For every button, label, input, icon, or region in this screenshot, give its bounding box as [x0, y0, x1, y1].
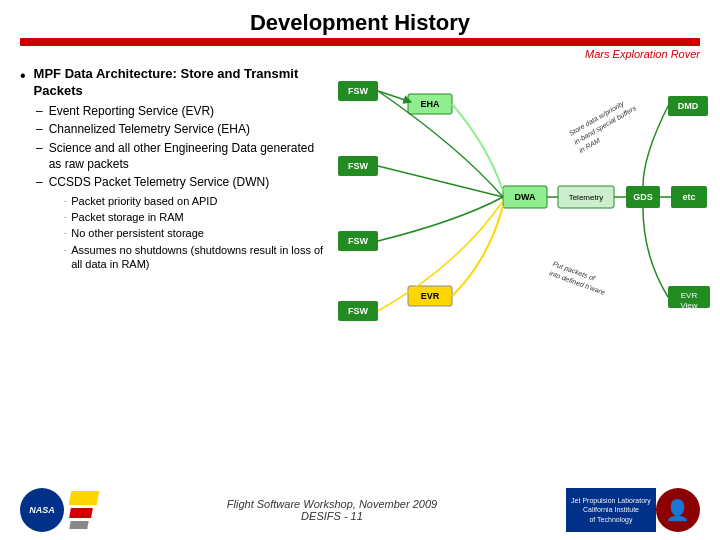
person-icon: 👤 — [656, 488, 700, 532]
dash-4: – — [36, 175, 43, 191]
sub-sub-2-text: Packet storage in RAM — [71, 210, 184, 224]
svg-text:FSW: FSW — [348, 236, 369, 246]
sub-sub-4-text: Assumes no shutdowns (shutdowns result i… — [71, 243, 330, 272]
nasa-shapes — [70, 491, 98, 529]
main-bullet: • MPF Data Architecture: Store and Trans… — [20, 66, 330, 100]
nasa-circle: NASA — [20, 488, 64, 532]
sub-sub-dot-3: · — [64, 229, 66, 239]
svg-text:EVR: EVR — [681, 291, 698, 300]
content-area: • MPF Data Architecture: Store and Trans… — [20, 66, 700, 456]
footer-area: NASA Flight Software Workshop, November … — [0, 488, 720, 532]
sub-bullets-list: – Event Reporting Service (EVR) – Channe… — [36, 104, 330, 271]
svg-text:FSW: FSW — [348, 86, 369, 96]
sub-sub-4: · Assumes no shutdowns (shutdowns result… — [64, 243, 330, 272]
bullet-dot: • — [20, 66, 26, 85]
sub-bullet-3: – Science and all other Engineering Data… — [36, 141, 330, 172]
diagram-svg: FSW FSW FSW FSW EHA EVR DWA — [338, 66, 718, 406]
red-bar — [20, 38, 700, 46]
sub-bullet-4: – CCSDS Packet Telemetry Service (DWN) — [36, 175, 330, 191]
sub-bullet-4-text: CCSDS Packet Telemetry Service (DWN) — [49, 175, 270, 191]
svg-text:FSW: FSW — [348, 306, 369, 316]
workshop-label: Flight Software Workshop, November 2009 — [227, 498, 437, 510]
sub-sub-1: · Packet priority based on APID — [64, 194, 330, 208]
svg-text:View: View — [680, 301, 697, 310]
svg-text:Telemetry: Telemetry — [569, 193, 604, 202]
sub-bullet-1: – Event Reporting Service (EVR) — [36, 104, 330, 120]
sub-sub-dot-4: · — [64, 246, 66, 256]
shape-gray — [69, 521, 88, 529]
dash-1: – — [36, 104, 43, 120]
footer-text: Flight Software Workshop, November 2009 … — [227, 498, 437, 522]
sub-sub-3-text: No other persistent storage — [71, 226, 204, 240]
mars-label: Mars Exploration Rover — [20, 48, 700, 60]
svg-text:EVR: EVR — [421, 291, 440, 301]
right-content: FSW FSW FSW FSW EHA EVR DWA — [338, 66, 718, 456]
slide-title: Development History — [20, 10, 700, 36]
dash-2: – — [36, 122, 43, 138]
svg-text:GDS: GDS — [633, 192, 653, 202]
shape-red-1 — [69, 508, 93, 518]
shape-yellow-1 — [69, 491, 99, 505]
sub-bullet-3-text: Science and all other Engineering Data g… — [49, 141, 330, 172]
sub-sub-3: · No other persistent storage — [64, 226, 330, 240]
svg-text:DWA: DWA — [515, 192, 536, 202]
dash-3: – — [36, 141, 43, 157]
sub-bullet-1-text: Event Reporting Service (EVR) — [49, 104, 214, 120]
sub-sub-2: · Packet storage in RAM — [64, 210, 330, 224]
svg-text:etc: etc — [682, 192, 695, 202]
right-logo: Jet Propulsion LaboratoryCalifornia Inst… — [566, 488, 700, 532]
diagram-container: FSW FSW FSW FSW EHA EVR DWA — [338, 66, 718, 406]
slide: Development History Mars Exploration Rov… — [0, 0, 720, 540]
svg-line-25 — [378, 91, 408, 101]
slide-id-label: DESIFS - 11 — [227, 510, 437, 522]
nasa-logo: NASA — [20, 488, 98, 532]
svg-text:DMD: DMD — [678, 101, 699, 111]
svg-text:EHA: EHA — [420, 99, 440, 109]
jpl-box: Jet Propulsion LaboratoryCalifornia Inst… — [566, 488, 656, 532]
sub-sub-dot-1: · — [64, 197, 66, 207]
main-bullet-text: MPF Data Architecture: Store and Transmi… — [34, 66, 330, 100]
sub-sub-1-text: Packet priority based on APID — [71, 194, 217, 208]
sub-bullet-2: – Channelized Telemetry Service (EHA) — [36, 122, 330, 138]
title-area: Development History Mars Exploration Rov… — [20, 10, 700, 60]
sub-bullet-2-text: Channelized Telemetry Service (EHA) — [49, 122, 250, 138]
svg-text:FSW: FSW — [348, 161, 369, 171]
left-content: • MPF Data Architecture: Store and Trans… — [20, 66, 330, 456]
sub-sub-dot-2: · — [64, 213, 66, 223]
sub-sub-bullets: · Packet priority based on APID · Packet… — [64, 194, 330, 271]
